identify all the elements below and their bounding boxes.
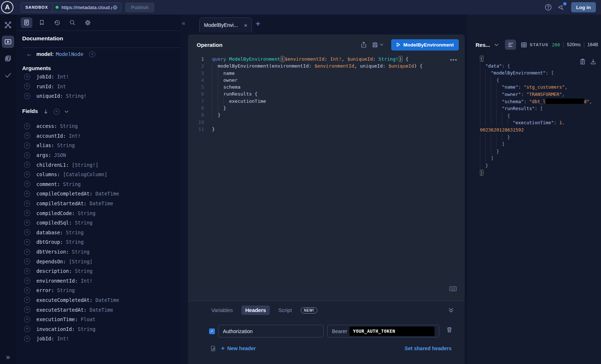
add-field-icon[interactable]: + [24,268,30,274]
explorer-icon[interactable] [2,36,14,48]
documentation-tab-icon[interactable] [21,17,32,28]
add-field-icon[interactable]: + [24,201,30,207]
add-field-icon[interactable]: + [24,220,30,226]
apollo-logo[interactable]: A [1,1,13,13]
endpoint-settings-gear-icon[interactable] [112,4,118,11]
fields-options-chevron-icon[interactable] [65,110,68,113]
table-view-toggle-icon[interactable] [519,40,529,50]
new-tab-button[interactable]: + [256,19,260,29]
field-row[interactable]: +invocationId: String [16,324,181,334]
announcements-icon[interactable] [558,4,565,11]
argument-row[interactable]: +jobId: Int! [16,72,181,82]
field-row[interactable]: +dependsOn: [String] [16,256,181,266]
response-title[interactable]: Res... [476,42,490,48]
set-shared-headers-link[interactable]: Set shared headers [405,345,452,351]
add-field-icon[interactable]: + [24,74,30,80]
field-row[interactable]: +executeCompletedAt: DateTime [16,295,181,305]
tab-variables[interactable]: Variables [208,306,236,315]
add-field-icon[interactable]: + [24,133,30,139]
field-row[interactable]: +executeStartedAt: DateTime [16,305,181,315]
field-row[interactable]: +executionTime: Float [16,315,181,324]
add-field-icon[interactable]: + [24,93,30,99]
field-row[interactable]: +environmentId: Int! [16,276,181,286]
saved-operations-bookmark-icon[interactable] [36,17,48,28]
field-row[interactable]: +compileCompletedAt: DateTime [16,189,181,199]
close-tab-icon[interactable]: × [244,22,247,28]
delete-header-icon[interactable] [446,327,452,333]
add-field-icon[interactable]: + [24,307,30,313]
add-field-icon[interactable]: + [24,316,30,323]
field-row[interactable]: +columns: [CatalogColumn] [16,170,181,179]
field-row[interactable]: +comment: String [16,179,181,189]
add-field-icon[interactable]: + [24,171,30,178]
schema-graph-icon[interactable] [2,19,14,31]
add-field-icon[interactable]: + [24,83,30,89]
back-arrow-icon[interactable]: ← [26,50,36,58]
keyboard-shortcuts-icon[interactable] [449,286,457,291]
add-field-icon[interactable]: + [24,278,30,284]
share-operation-icon[interactable] [361,41,367,48]
breadcrumb-type-link[interactable]: ModelNode [56,51,84,57]
add-field-icon[interactable]: + [24,287,30,294]
raw-view-toggle-icon[interactable] [505,40,516,50]
tab-script[interactable]: Script [275,306,296,315]
tab-headers[interactable]: Headers [241,306,269,315]
settings-gear-icon[interactable] [82,17,93,28]
field-row[interactable]: +alias: String [16,141,181,150]
sort-fields-icon[interactable] [43,109,48,114]
checks-icon[interactable] [2,69,14,81]
argument-row[interactable]: +runId: Int [16,82,181,92]
field-row[interactable]: +database: String [16,228,181,238]
add-field-icon[interactable]: + [24,326,30,332]
operation-tab[interactable]: ModelByEnvi... × [199,17,252,32]
collapse-docs-icon[interactable]: « [182,20,185,27]
field-row[interactable]: +compiledCode: String [16,208,181,218]
response-dropdown-chevron-icon[interactable] [494,44,498,46]
login-button[interactable]: Log in [571,2,596,12]
add-field-icon[interactable]: + [24,123,30,129]
endpoint-url-input[interactable]: https://metadata.cloud.get [61,5,112,10]
search-icon[interactable] [67,17,78,28]
add-field-icon[interactable]: + [24,258,30,264]
add-field-icon[interactable]: + [24,336,30,342]
field-row[interactable]: +compileStartedAt: DateTime [16,199,181,209]
argument-row[interactable]: +uniqueId: String! [16,91,181,101]
header-enabled-checkbox[interactable]: ✓ [209,328,215,334]
field-row[interactable]: +jobId: Int! [16,334,181,344]
expand-rail-icon[interactable]: » [6,353,10,361]
save-operation-icon[interactable] [372,42,383,48]
add-field-icon[interactable]: + [24,297,30,303]
add-field-icon[interactable]: + [24,142,30,149]
run-operation-button[interactable]: ModelByEnvironment [391,39,459,50]
new-header-button[interactable]: + New header [221,345,256,352]
changelog-icon[interactable] [2,52,14,65]
header-value-input[interactable]: Bearer YOUR_AUTH_TOKEN [327,325,439,337]
header-key-input[interactable]: Authorization [218,325,324,337]
add-field-icon[interactable]: + [24,210,30,216]
field-row[interactable]: +dbtVersion: String [16,247,181,257]
add-model-field-icon[interactable]: + [89,51,95,57]
add-field-icon[interactable]: + [24,239,30,245]
history-icon[interactable] [51,17,63,28]
edit-as-document-icon[interactable] [210,345,216,352]
collapse-panel-icon[interactable] [448,308,454,313]
field-row[interactable]: +childrenL1: [String!] [16,160,181,170]
add-field-icon[interactable]: + [24,249,30,255]
publish-button[interactable]: Publish [125,3,155,12]
sandbox-badge[interactable]: SANDBOX [21,3,53,12]
field-row[interactable]: +args: JSON [16,150,181,160]
add-field-icon[interactable]: + [24,191,30,197]
field-row[interactable]: +compiledSql: String [16,218,181,228]
field-row[interactable]: +access: String [16,121,181,131]
field-row[interactable]: +dbtGroup: String [16,237,181,247]
add-field-icon[interactable]: + [24,181,30,187]
field-row[interactable]: +error: String [16,286,181,295]
field-row[interactable]: +description: String [16,266,181,276]
help-icon[interactable] [545,4,552,11]
add-field-icon[interactable]: + [24,152,30,158]
auth-token-redacted-box[interactable]: YOUR_AUTH_TOKEN [349,327,434,336]
field-row[interactable]: +accountId: Int! [16,131,181,141]
add-field-icon[interactable]: + [24,162,30,168]
graphql-editor[interactable]: 1query ModelByEnvironment($environmentId… [188,56,465,133]
add-all-fields-icon[interactable]: + [53,109,60,115]
